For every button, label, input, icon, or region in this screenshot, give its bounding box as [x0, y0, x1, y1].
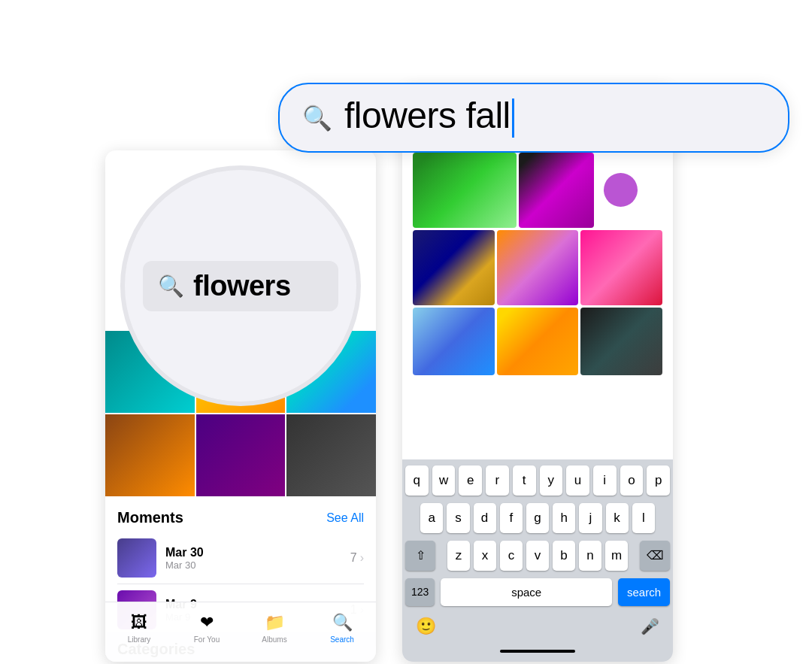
library-icon: 🖼	[131, 613, 147, 632]
tab-library[interactable]: 🖼 Library	[105, 613, 173, 644]
key-r[interactable]: r	[486, 465, 509, 496]
key-g[interactable]: g	[526, 503, 549, 533]
key-f[interactable]: f	[500, 503, 523, 533]
key-delete[interactable]: ⌫	[640, 541, 670, 571]
key-o[interactable]: o	[620, 465, 644, 496]
moments-header: Moments See All	[117, 500, 364, 532]
moments-title: Moments	[117, 509, 183, 526]
moments-see-all[interactable]: See All	[326, 511, 364, 525]
right-photo-3[interactable]	[604, 173, 638, 207]
magnifier-circle: 🔍 flowers	[120, 165, 361, 406]
key-u[interactable]: u	[566, 465, 589, 496]
key-h[interactable]: h	[553, 503, 575, 533]
key-k[interactable]: k	[606, 503, 629, 533]
right-photo-8[interactable]	[497, 308, 579, 375]
key-e[interactable]: e	[459, 465, 482, 496]
key-t[interactable]: t	[513, 465, 536, 496]
right-photo-3-wrap	[596, 153, 645, 228]
tab-search-label: Search	[330, 635, 354, 644]
large-search-text: flowers fall	[344, 98, 514, 138]
key-y[interactable]: y	[540, 465, 563, 496]
key-shift[interactable]: ⇧	[405, 541, 435, 571]
key-search-button[interactable]: search	[618, 578, 670, 606]
key-l[interactable]: l	[632, 503, 655, 533]
photo-cell-5	[196, 414, 286, 496]
mic-icon[interactable]: 🎤	[633, 614, 667, 638]
right-photo-1[interactable]	[413, 153, 517, 228]
keyboard-emoji-row: 🙂 🎤	[405, 614, 670, 644]
right-photo-row1	[413, 153, 662, 228]
key-j[interactable]: j	[579, 503, 601, 533]
large-search-bar[interactable]: 🔍 flowers fall	[278, 83, 789, 153]
photo-cell-6	[286, 414, 376, 496]
key-q[interactable]: q	[405, 465, 429, 496]
key-z[interactable]: z	[447, 541, 470, 571]
key-n[interactable]: n	[579, 541, 601, 571]
right-photo-section	[402, 153, 673, 375]
tab-for-you[interactable]: ❤ For You	[173, 613, 241, 644]
moment-count-area-1: 7 ›	[350, 551, 364, 565]
magnifier-search-text: flowers	[193, 270, 291, 302]
key-c[interactable]: c	[500, 541, 523, 571]
home-indicator-bar	[405, 644, 670, 659]
photo-cell-4	[105, 414, 195, 496]
moment-subdate-1: Mar 30	[165, 559, 350, 571]
tab-bar: 🖼 Library ❤ For You 📁 Albums 🔍 Search	[105, 602, 376, 662]
tab-library-label: Library	[128, 635, 151, 644]
right-photo-6[interactable]	[580, 230, 662, 305]
keyboard-row-2: a s d f g h j k l	[405, 503, 670, 533]
magnifier-search-bar: 🔍 flowers	[143, 261, 338, 311]
phone-left: Moments See All Mar 30 Mar 30 7 › Mar 9 …	[105, 150, 376, 662]
tab-for-you-label: For You	[194, 635, 220, 644]
key-s[interactable]: s	[447, 503, 469, 533]
moment-item-1[interactable]: Mar 30 Mar 30 7 ›	[117, 532, 364, 584]
moment-count-1: 7	[350, 551, 357, 565]
keyboard-row-4: 123 space search	[405, 578, 670, 606]
right-photo-5[interactable]	[497, 230, 579, 305]
phone-right: 🔍 flowers fall q	[402, 86, 673, 662]
emoji-icon[interactable]: 🙂	[408, 614, 444, 639]
key-p[interactable]: p	[647, 465, 670, 496]
key-space[interactable]: space	[441, 578, 612, 606]
key-123[interactable]: 123	[405, 578, 435, 606]
magnifier-search-icon: 🔍	[158, 274, 184, 299]
search-tab-icon: 🔍	[332, 613, 353, 632]
key-b[interactable]: b	[553, 541, 575, 571]
tab-albums[interactable]: 📁 Albums	[241, 613, 308, 644]
key-m[interactable]: m	[605, 541, 628, 571]
right-photo-2[interactable]	[519, 153, 594, 228]
key-v[interactable]: v	[526, 541, 549, 571]
key-w[interactable]: w	[432, 465, 456, 496]
moment-info-1: Mar 30 Mar 30	[165, 546, 350, 571]
text-cursor	[512, 99, 514, 138]
keyboard-row-1: q w e r t y u i o p	[405, 465, 670, 496]
tab-albums-label: Albums	[262, 635, 286, 644]
moment-chevron-1: ›	[360, 551, 364, 565]
key-i[interactable]: i	[593, 465, 617, 496]
right-photo-9[interactable]	[580, 308, 662, 375]
right-photo-row2	[413, 230, 662, 305]
right-photo-row3	[413, 308, 662, 375]
key-x[interactable]: x	[474, 541, 496, 571]
for-you-icon: ❤	[200, 613, 214, 632]
key-d[interactable]: d	[474, 503, 496, 533]
large-search-icon: 🔍	[302, 104, 332, 132]
moment-date-1: Mar 30	[165, 546, 350, 559]
albums-icon: 📁	[265, 613, 285, 632]
right-photo-7[interactable]	[413, 308, 495, 375]
keyboard-row-3: ⇧ z x c v b n m ⌫	[405, 541, 670, 571]
moment-thumb-1	[117, 538, 156, 578]
keyboard: q w e r t y u i o p a s d f g h j k l ⇧	[402, 459, 673, 662]
tab-search[interactable]: 🔍 Search	[308, 613, 376, 644]
home-indicator	[500, 650, 575, 653]
right-photo-4[interactable]	[413, 230, 495, 305]
key-a[interactable]: a	[420, 503, 443, 533]
